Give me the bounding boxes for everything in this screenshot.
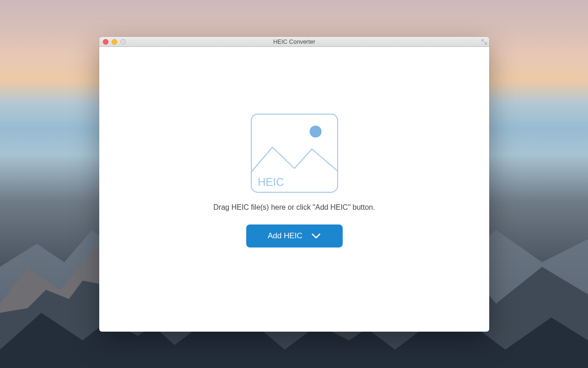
heic-placeholder-icon: HEIC	[250, 113, 339, 193]
add-heic-button-label: Add HEIC	[268, 231, 303, 241]
window-titlebar[interactable]: HEIC Converter	[99, 37, 489, 47]
close-button[interactable]	[103, 39, 108, 45]
app-window: HEIC Converter HEIC Drag HEIC file(s) he…	[99, 37, 489, 332]
instruction-text: Drag HEIC file(s) here or click "Add HEI…	[214, 203, 375, 212]
zoom-button[interactable]	[120, 39, 126, 45]
add-heic-button[interactable]: Add HEIC	[246, 224, 343, 247]
fullscreen-icon[interactable]	[481, 39, 487, 45]
chevron-down-icon	[311, 233, 321, 239]
svg-point-1	[310, 126, 322, 138]
window-controls	[99, 39, 126, 45]
heic-icon-label: HEIC	[258, 176, 284, 188]
window-title: HEIC Converter	[273, 38, 316, 45]
minimize-button[interactable]	[112, 39, 117, 45]
drop-zone[interactable]: HEIC Drag HEIC file(s) here or click "Ad…	[99, 47, 489, 332]
